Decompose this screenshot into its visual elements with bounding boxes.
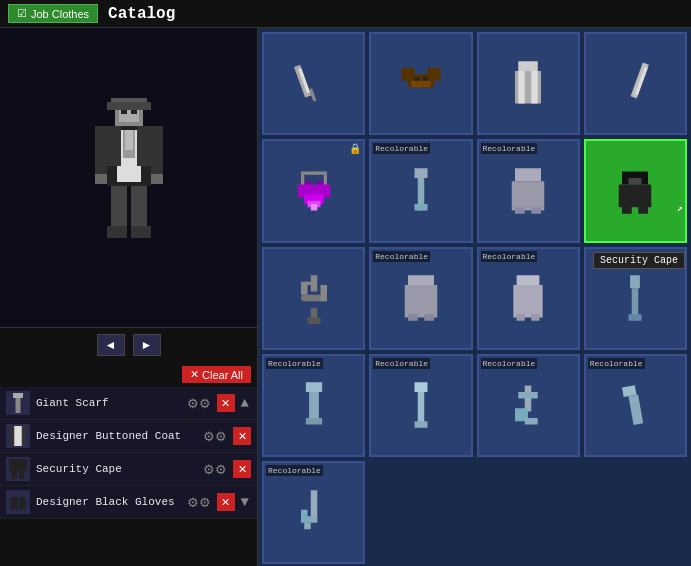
svg-rect-52: [301, 171, 327, 174]
catalog-panel: 🔒 Recolorable Recolorable: [258, 28, 691, 566]
gear-button[interactable]: ⚙⚙: [185, 396, 213, 411]
job-clothes-label: Job Clothes: [31, 8, 89, 20]
cursor-icon: ↗: [677, 202, 683, 213]
catalog-item[interactable]: Recolorable: [477, 139, 580, 242]
item-actions: ⚙⚙ ✕: [201, 427, 251, 445]
character-view: [0, 28, 257, 328]
svg-rect-34: [427, 67, 440, 80]
svg-rect-94: [629, 395, 644, 425]
item-name: Designer Black Gloves: [36, 496, 179, 508]
catalog-item[interactable]: Recolorable: [262, 354, 365, 457]
remove-button[interactable]: ✕: [217, 394, 235, 412]
equipped-item: Designer Buttoned Coat ⚙⚙ ✕: [0, 420, 257, 453]
svg-rect-74: [408, 314, 418, 321]
catalog-item[interactable]: [369, 32, 472, 135]
svg-rect-61: [619, 184, 652, 207]
svg-rect-19: [125, 130, 133, 150]
svg-rect-67: [301, 282, 308, 295]
svg-rect-97: [301, 509, 308, 522]
recolorable-label: Recolorable: [373, 251, 430, 262]
svg-rect-78: [517, 314, 525, 321]
catalog-item[interactable]: Recolorable: [369, 139, 472, 242]
svg-rect-20: [13, 393, 23, 398]
prev-button[interactable]: ◄: [97, 334, 125, 356]
recolorable-label: Recolorable: [266, 358, 323, 369]
svg-rect-84: [309, 392, 319, 421]
gear-button[interactable]: ⚙⚙: [201, 429, 229, 444]
svg-rect-26: [19, 472, 24, 480]
catalog-item[interactable]: Recolorable: [262, 461, 365, 564]
svg-rect-50: [301, 175, 304, 185]
svg-rect-3: [107, 102, 151, 110]
job-clothes-button[interactable]: ☑ Job Clothes: [8, 4, 98, 23]
recolorable-label: Recolorable: [373, 358, 430, 369]
clear-all-row: ✕ Clear All: [0, 362, 257, 387]
svg-rect-79: [531, 314, 539, 321]
catalog-grid: 🔒 Recolorable Recolorable: [262, 32, 687, 564]
svg-rect-95: [310, 490, 317, 519]
checkbox-icon: ☑: [17, 7, 27, 20]
gear-button[interactable]: ⚙⚙: [185, 495, 213, 510]
next-button[interactable]: ►: [133, 334, 161, 356]
left-panel: ◄ ► ✕ Clear All Giant Scarf ⚙⚙ ✕ ▲: [0, 28, 258, 566]
svg-rect-82: [629, 314, 642, 321]
item-actions: ⚙⚙ ✕ ▼: [185, 493, 251, 511]
catalog-item[interactable]: Recolorable: [477, 247, 580, 350]
catalog-item[interactable]: Security Cape↗: [584, 139, 687, 242]
character-navigation: ◄ ►: [0, 328, 257, 362]
clear-all-label: Clear All: [202, 369, 243, 381]
svg-rect-28: [19, 497, 25, 510]
svg-rect-76: [517, 275, 540, 285]
svg-rect-56: [515, 168, 541, 181]
svg-rect-69: [320, 285, 327, 301]
svg-rect-57: [512, 181, 545, 210]
item-icon: [6, 490, 30, 514]
gear-button[interactable]: ⚙⚙: [201, 462, 229, 477]
catalog-item[interactable]: Recolorable: [477, 354, 580, 457]
item-name: Designer Buttoned Coat: [36, 430, 195, 442]
catalog-item[interactable]: [262, 247, 365, 350]
catalog-item[interactable]: [477, 32, 580, 135]
catalog-item[interactable]: [262, 32, 365, 135]
svg-rect-59: [531, 207, 541, 214]
item-name: Giant Scarf: [36, 397, 179, 409]
svg-rect-53: [414, 168, 427, 178]
recolorable-label: Recolorable: [481, 251, 538, 262]
svg-rect-9: [137, 126, 151, 166]
catalog-item[interactable]: [584, 32, 687, 135]
svg-rect-5: [131, 110, 137, 114]
svg-rect-16: [107, 226, 127, 238]
svg-rect-49: [310, 204, 317, 211]
remove-button[interactable]: ✕: [217, 493, 235, 511]
svg-rect-98: [304, 522, 311, 529]
recolorable-label: Recolorable: [588, 358, 645, 369]
clear-all-button[interactable]: ✕ Clear All: [182, 366, 251, 383]
item-name: Security Cape: [36, 463, 195, 475]
main-content: ◄ ► ✕ Clear All Giant Scarf ⚙⚙ ✕ ▲: [0, 28, 691, 566]
svg-rect-65: [310, 275, 317, 291]
svg-rect-90: [518, 392, 538, 399]
svg-rect-81: [632, 288, 639, 317]
svg-rect-41: [531, 71, 538, 104]
remove-button[interactable]: ✕: [233, 460, 251, 478]
svg-rect-14: [111, 186, 127, 230]
equipped-item: Giant Scarf ⚙⚙ ✕ ▲: [0, 387, 257, 420]
recolorable-label: Recolorable: [481, 143, 538, 154]
x-icon: ✕: [190, 368, 199, 381]
svg-rect-80: [631, 275, 641, 288]
svg-rect-21: [16, 398, 21, 413]
catalog-item[interactable]: [584, 247, 687, 350]
svg-rect-77: [514, 285, 543, 318]
catalog-item[interactable]: Recolorable: [369, 247, 472, 350]
remove-button[interactable]: ✕: [233, 427, 251, 445]
equipped-list: Giant Scarf ⚙⚙ ✕ ▲ Designer Buttoned Coa…: [0, 387, 257, 566]
recolorable-label: Recolorable: [266, 465, 323, 476]
svg-rect-4: [121, 110, 127, 114]
svg-rect-55: [414, 204, 427, 211]
catalog-item[interactable]: Recolorable: [369, 354, 472, 457]
catalog-item[interactable]: Recolorable: [584, 354, 687, 457]
recolorable-label: Recolorable: [481, 358, 538, 369]
svg-rect-12: [95, 174, 107, 184]
svg-rect-58: [515, 207, 525, 214]
catalog-item[interactable]: 🔒: [262, 139, 365, 242]
